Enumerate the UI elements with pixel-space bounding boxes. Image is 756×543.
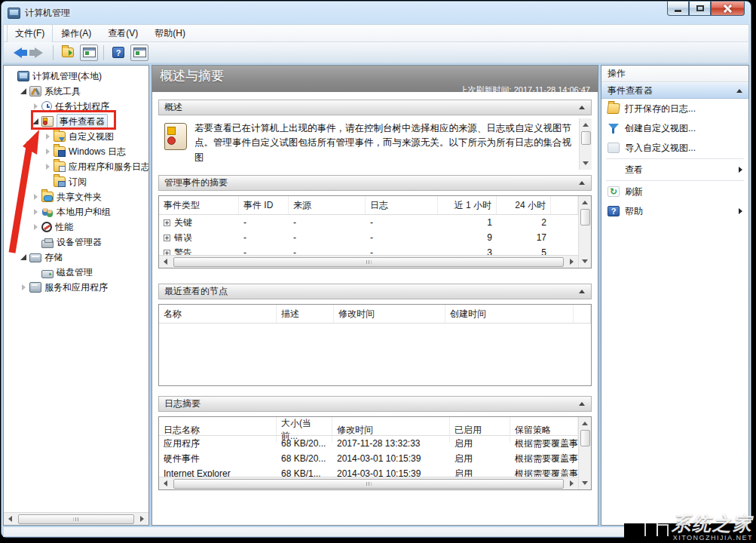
tree-item-app-service-logs[interactable]: 应用程序和服务日志 <box>4 159 148 174</box>
tree-item-event-viewer[interactable]: 事件查看器 <box>4 114 148 129</box>
disk-icon <box>41 270 54 278</box>
performance-icon <box>41 222 52 232</box>
help-button[interactable]: ? <box>109 44 127 61</box>
scrollbar-thumb[interactable] <box>581 131 591 145</box>
tree-item-performance[interactable]: 性能 <box>4 219 148 235</box>
tree-item-custom-views[interactable]: 自定义视图 <box>4 129 148 144</box>
content-area: 计算机管理(本地) 系统工具 任务计划程序 事件查看器 自定义视图 Window… <box>3 65 749 526</box>
recent-table-header[interactable]: 名称 描述 修改时间 创建时间 <box>159 305 591 324</box>
tree-item-system-tools[interactable]: 系统工具 <box>4 84 148 99</box>
scroll-down-icon[interactable] <box>579 477 592 489</box>
back-button[interactable] <box>8 44 26 61</box>
scrollbar-thumb[interactable] <box>173 257 564 267</box>
overview-vertical-scrollbar[interactable] <box>579 118 592 170</box>
spacer-icon <box>608 164 620 175</box>
section-summary-header[interactable]: 管理事件的摘要 <box>158 175 592 191</box>
scroll-left-icon[interactable] <box>159 477 172 490</box>
scroll-right-icon[interactable] <box>565 256 578 268</box>
device-manager-icon <box>41 240 54 248</box>
menu-action[interactable]: 操作(A) <box>53 24 99 43</box>
actions-separator <box>606 158 744 159</box>
forward-button[interactable] <box>29 44 47 61</box>
close-button[interactable] <box>711 2 745 16</box>
table-row-hardware-events[interactable]: 硬件事件 68 KB/20... 2014-03-01 10:15:39 启用 … <box>159 451 578 466</box>
scroll-left-icon[interactable] <box>4 513 17 526</box>
menu-view[interactable]: 查看(V) <box>99 24 146 43</box>
window-title: 计算机管理 <box>25 7 70 20</box>
tree-item-task-scheduler[interactable]: 任务计划程序 <box>4 99 148 114</box>
tree-item-label: 设备管理器 <box>57 236 102 249</box>
console-tree-toggle-button[interactable] <box>80 44 98 61</box>
tree-item-shared-folders[interactable]: 共享文件夹 <box>4 189 148 204</box>
tree-item-disk-management[interactable]: 磁盘管理 <box>4 265 148 280</box>
help-icon: ? <box>112 47 124 58</box>
scroll-down-icon[interactable] <box>580 157 592 170</box>
collapse-icon[interactable] <box>579 290 585 293</box>
summary-vertical-scrollbar[interactable] <box>578 196 591 268</box>
action-open-saved-log[interactable]: 打开保存的日志... <box>601 99 748 118</box>
action-help[interactable]: ? 帮助 <box>601 201 748 221</box>
tree-horizontal-scrollbar[interactable] <box>4 512 148 525</box>
collapse-icon[interactable] <box>736 89 742 93</box>
export-list-button[interactable] <box>59 44 77 61</box>
expand-plus-icon[interactable] <box>164 235 170 241</box>
table-row-application[interactable]: 应用程序 68 KB/20... 2017-11-28 13:32:33 启用 … <box>159 436 578 451</box>
collapse-icon[interactable] <box>579 402 585 406</box>
collapse-icon[interactable] <box>579 106 585 109</box>
table-row-warning[interactable]: 警告 - - - 3 5 <box>159 245 578 255</box>
action-pane-toggle-button[interactable] <box>130 44 148 61</box>
summary-table: 事件类型 事件 ID 来源 日志 近 1 小时 24 小时 关键 <box>158 195 592 268</box>
table-row-internet-explorer[interactable]: Internet Explorer 68 KB/1... 2014-03-01 … <box>159 466 578 477</box>
scrollbar-thumb[interactable] <box>173 479 564 489</box>
action-view[interactable]: 查看 <box>601 160 748 179</box>
table-row-critical[interactable]: 关键 - - - 1 2 <box>159 215 578 230</box>
submenu-arrow-icon <box>739 167 742 173</box>
scroll-left-icon[interactable] <box>159 256 172 268</box>
scroll-right-icon[interactable] <box>565 477 578 490</box>
scrollbar-thumb[interactable] <box>580 430 590 446</box>
expand-plus-icon[interactable] <box>164 219 170 226</box>
log-table-header[interactable]: 日志名称 大小(当前... 修改时间 已启用 保留策略 <box>159 417 578 436</box>
section-overview-header[interactable]: 概述 <box>158 100 592 115</box>
tree-item-label: 自定义视图 <box>69 130 114 143</box>
menu-file[interactable]: 文件(F) <box>7 24 53 43</box>
table-row-error[interactable]: 错误 - - - 9 17 <box>159 230 578 245</box>
tree-item-services-apps[interactable]: 服务和应用程序 <box>4 280 148 295</box>
action-import-custom-view[interactable]: 导入自定义视图... <box>601 138 748 158</box>
log-horizontal-scrollbar[interactable] <box>159 477 578 489</box>
section-log-summary-header[interactable]: 日志摘要 <box>158 396 592 412</box>
tree-item-local-users-groups[interactable]: 本地用户和组 <box>4 204 148 219</box>
log-vertical-scrollbar[interactable] <box>578 417 591 489</box>
menu-help[interactable]: 帮助(H) <box>146 24 194 43</box>
summary-horizontal-scrollbar[interactable] <box>159 255 578 268</box>
title-bar[interactable]: 计算机管理 <box>2 2 751 24</box>
maximize-button[interactable] <box>689 2 711 16</box>
overview-header: 概述与摘要 上次刷新时间: 2017-11-28 14:06:47 <box>152 66 598 92</box>
section-recent-header[interactable]: 最近查看的节点 <box>158 284 592 299</box>
scroll-down-icon[interactable] <box>579 255 592 268</box>
expand-plus-icon[interactable] <box>164 250 170 256</box>
scrollbar-thumb[interactable] <box>18 514 134 524</box>
recent-nodes-table: 名称 描述 修改时间 创建时间 <box>158 304 592 386</box>
collapse-icon[interactable] <box>579 181 585 185</box>
action-label: 刷新 <box>625 186 643 198</box>
scroll-right-icon[interactable] <box>136 513 148 526</box>
scroll-up-icon[interactable] <box>579 196 592 209</box>
tree-item-windows-logs[interactable]: Windows 日志 <box>4 144 148 159</box>
scrollbar-thumb[interactable] <box>580 209 590 225</box>
recent-table-empty-area <box>159 324 591 385</box>
minimize-button[interactable] <box>667 2 689 16</box>
scroll-up-icon[interactable] <box>580 118 592 131</box>
tree-item-computer-management[interactable]: 计算机管理(本地) <box>4 69 148 84</box>
action-refresh[interactable]: ↻ 刷新 <box>601 182 748 201</box>
action-create-custom-view[interactable]: 创建自定义视图... <box>601 118 748 138</box>
tree-item-subscriptions[interactable]: 订阅 <box>4 174 148 189</box>
actions-group-header[interactable]: 事件查看器 <box>601 82 748 99</box>
tree-item-storage[interactable]: 存储 <box>4 250 148 265</box>
tree-item-device-manager[interactable]: 设备管理器 <box>4 235 148 250</box>
action-label: 帮助 <box>625 205 643 218</box>
summary-table-header[interactable]: 事件类型 事件 ID 来源 日志 近 1 小时 24 小时 <box>159 196 578 215</box>
tree-item-label: 任务计划程序 <box>55 100 109 113</box>
watermark-logo-icon <box>643 514 669 536</box>
scroll-up-icon[interactable] <box>579 417 592 430</box>
